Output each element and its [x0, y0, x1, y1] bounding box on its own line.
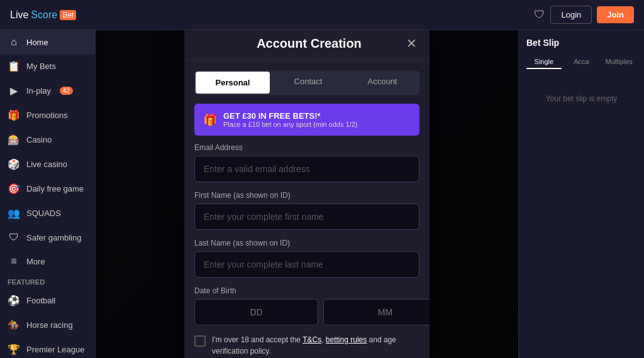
- dob-dd-input[interactable]: [194, 299, 318, 325]
- terms-link[interactable]: T&Cs: [303, 335, 321, 344]
- dob-row: [194, 299, 419, 325]
- sidebar-item-promotions-label: Promotions: [26, 111, 68, 120]
- bet-slip-title: Bet Slip: [526, 38, 636, 48]
- top-nav: LiveScoreBet 🛡 Login Join: [0, 0, 644, 30]
- logo-bet-text: Bet: [60, 10, 76, 20]
- promo-gift-icon: 🎁: [203, 113, 217, 127]
- live-casino-icon: 🎲: [8, 158, 20, 170]
- sidebar-item-more[interactable]: ≡ More: [0, 249, 95, 273]
- sidebar-item-daily-free[interactable]: 🎯 Daily free game: [0, 176, 95, 201]
- bet-slip-tab-multiples[interactable]: Multiples: [601, 55, 636, 69]
- premier-league-icon: 🏆: [8, 344, 20, 355]
- sidebar-item-squads-label: SQUADS: [26, 209, 61, 218]
- shield-icon: 🛡: [534, 8, 545, 21]
- email-form-group: Email Address: [194, 143, 419, 182]
- email-label: Email Address: [194, 143, 419, 152]
- promo-text: GET £30 IN FREE BETS!* Place a £10 bet o…: [223, 111, 357, 128]
- terms-checkbox-row: I'm over 18 and accept the T&Cs, betting…: [194, 334, 419, 357]
- my-bets-icon: 📋: [8, 60, 20, 72]
- sidebar-item-casino-label: Casino: [26, 135, 52, 144]
- nav-right: 🛡 Login Join: [534, 6, 634, 24]
- tab-personal[interactable]: Personal: [196, 72, 270, 94]
- dob-mm-input[interactable]: [323, 299, 430, 325]
- sidebar-item-in-play[interactable]: ▶ In-play 42: [0, 79, 95, 103]
- email-input[interactable]: [194, 156, 419, 182]
- sidebar-item-in-play-label: In-play: [26, 86, 51, 95]
- in-play-badge: 42: [60, 87, 73, 95]
- modal-header: Account Creation ✕: [184, 30, 430, 60]
- main-content: Account Creation ✕ Personal Contact Acco…: [96, 30, 518, 358]
- more-icon: ≡: [8, 256, 20, 267]
- sidebar-item-horse-racing-label: Horse racing: [26, 320, 73, 330]
- sidebar-item-my-bets[interactable]: 📋 My Bets: [0, 54, 95, 79]
- sidebar: ⌂ Home 📋 My Bets ▶ In-play 42 🎁 Promotio…: [0, 30, 96, 358]
- promotions-icon: 🎁: [8, 109, 20, 121]
- main-layout: ⌂ Home 📋 My Bets ▶ In-play 42 🎁 Promotio…: [0, 0, 644, 358]
- football-icon: ⚽: [8, 295, 20, 306]
- registration-form: Email Address First Name (as shown on ID…: [184, 143, 430, 358]
- squads-icon: 👥: [8, 207, 20, 219]
- in-play-icon: ▶: [8, 85, 20, 97]
- right-panel: Bet Slip Single Acca Multiples Your bet …: [518, 30, 644, 358]
- sidebar-item-casino[interactable]: 🎰 Casino: [0, 127, 95, 152]
- sidebar-item-safer[interactable]: 🛡 Safer gambling: [0, 225, 95, 249]
- sidebar-item-promotions[interactable]: 🎁 Promotions: [0, 103, 95, 127]
- bet-slip-tab-acca[interactable]: Acca: [564, 55, 599, 69]
- modal-title: Account Creation: [212, 36, 406, 51]
- terms-label: I'm over 18 and accept the T&Cs, betting…: [212, 334, 419, 357]
- casino-icon: 🎰: [8, 134, 20, 146]
- sidebar-item-football-label: Football: [26, 296, 55, 305]
- sidebar-item-horse-racing[interactable]: 🏇 Horse racing: [0, 313, 95, 337]
- horse-racing-icon: 🏇: [8, 319, 20, 331]
- promo-banner: 🎁 GET £30 IN FREE BETS!* Place a £10 bet…: [194, 104, 419, 136]
- first-name-label: First Name (as shown on ID): [194, 191, 419, 200]
- sidebar-item-home[interactable]: ⌂ Home: [0, 30, 95, 54]
- bet-slip-tabs: Single Acca Multiples: [526, 55, 636, 69]
- last-name-label: Last Name (as shown on ID): [194, 239, 419, 247]
- bet-slip-empty-message: Your bet slip is empty: [526, 94, 636, 103]
- first-name-input[interactable]: [194, 203, 419, 230]
- logo-score-text: Score: [31, 9, 57, 21]
- logo-live-text: Live: [10, 9, 28, 21]
- promo-subtitle: Place a £10 bet on any sport (min odds 1…: [223, 121, 357, 128]
- first-name-form-group: First Name (as shown on ID): [194, 191, 419, 230]
- join-button[interactable]: Join: [597, 6, 634, 23]
- sidebar-item-more-label: More: [26, 257, 45, 266]
- last-name-form-group: Last Name (as shown on ID): [194, 239, 419, 278]
- account-creation-modal: Account Creation ✕ Personal Contact Acco…: [184, 30, 430, 358]
- featured-section-label: Featured: [0, 273, 95, 288]
- sidebar-item-football[interactable]: ⚽ Football: [0, 288, 95, 313]
- logo: LiveScoreBet: [10, 9, 76, 21]
- dob-label: Date of Birth: [194, 286, 419, 295]
- tab-account[interactable]: Account: [345, 70, 419, 95]
- safer-icon: 🛡: [8, 232, 20, 243]
- dob-form-group: Date of Birth: [194, 286, 419, 325]
- sidebar-item-premier-league[interactable]: 🏆 Premier League: [0, 337, 95, 358]
- home-icon: ⌂: [8, 36, 20, 48]
- modal-close-button[interactable]: ✕: [406, 36, 417, 51]
- sidebar-item-my-bets-label: My Bets: [26, 62, 56, 71]
- tab-contact[interactable]: Contact: [271, 70, 345, 95]
- sidebar-item-daily-free-label: Daily free game: [26, 184, 84, 193]
- sidebar-item-home-label: Home: [26, 38, 48, 47]
- sidebar-item-squads[interactable]: 👥 SQUADS: [0, 201, 95, 225]
- bet-slip-tab-single[interactable]: Single: [526, 55, 562, 69]
- modal-overlay: Account Creation ✕ Personal Contact Acco…: [96, 30, 518, 358]
- login-button[interactable]: Login: [550, 6, 592, 24]
- sidebar-item-live-casino[interactable]: 🎲 Live casino: [0, 152, 95, 176]
- betting-rules-link[interactable]: betting rules: [326, 335, 367, 344]
- sidebar-item-safer-label: Safer gambling: [26, 233, 81, 242]
- sidebar-item-premier-league-label: Premier League: [26, 345, 85, 354]
- terms-checkbox[interactable]: [194, 335, 206, 347]
- daily-free-icon: 🎯: [8, 183, 20, 195]
- promo-title: GET £30 IN FREE BETS!*: [223, 111, 357, 121]
- last-name-input[interactable]: [194, 251, 419, 278]
- sidebar-item-live-casino-label: Live casino: [26, 160, 67, 169]
- modal-tabs: Personal Contact Account: [194, 70, 419, 95]
